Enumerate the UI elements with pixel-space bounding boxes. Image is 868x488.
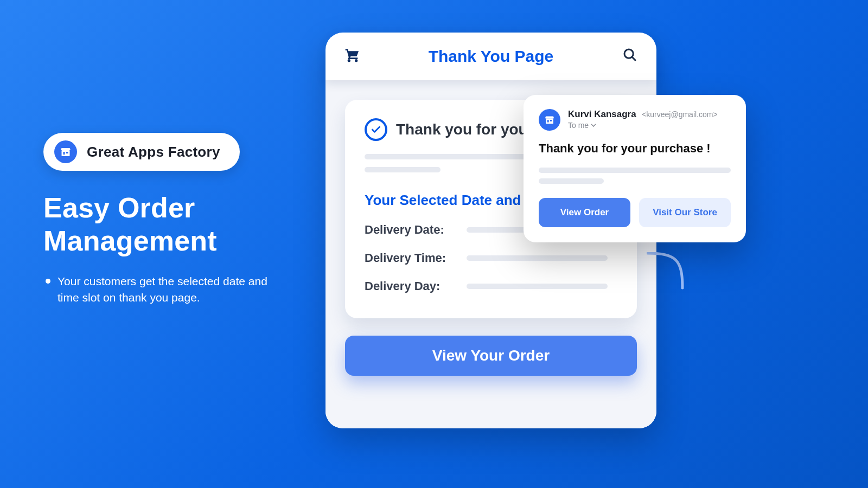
search-icon[interactable] [622,47,638,67]
delivery-date-label: Delivery Date: [365,223,457,237]
skeleton-line [539,168,731,173]
email-preview-card: Kurvi Kansagra <kurveej@gmail.com> To me… [524,95,746,242]
delivery-day-label: Delivery Day: [365,279,457,293]
skeleton-line [467,255,608,261]
svg-rect-2 [66,152,68,153]
skeleton-line [365,167,441,172]
skeleton-line [467,284,608,289]
brand-logo-icon [54,140,77,163]
brand-pill: Great Apps Factory [43,133,240,171]
headline: Easy Order Management [43,191,290,258]
brand-name: Great Apps Factory [87,144,220,160]
view-order-button[interactable]: View Order [539,198,630,227]
svg-rect-0 [62,150,70,156]
svg-rect-7 [550,120,552,121]
chevron-down-icon [591,123,596,128]
email-subject: Thank you for your purchase ! [539,142,731,156]
delivery-time-label: Delivery Time: [365,251,457,265]
delivery-day-row: Delivery Day: [365,279,617,293]
delivery-time-row: Delivery Time: [365,251,617,265]
skeleton-line [539,178,604,184]
svg-rect-6 [547,120,549,123]
svg-line-4 [632,57,635,60]
device-header: Thank You Page [326,33,656,80]
check-circle-icon [365,118,387,141]
sender-avatar-icon [539,109,560,131]
feature-bullets: Your customers get the selected date and… [43,273,290,306]
connector-line-icon [647,252,687,290]
visit-our-store-button[interactable]: Visit Our Store [639,198,731,227]
cart-icon[interactable] [344,46,361,67]
svg-rect-1 [63,152,65,155]
email-from-address: <kurveej@gmail.com> [642,110,718,119]
feature-bullet-1: Your customers get the selected date and… [43,273,290,306]
email-from-name: Kurvi Kansagra [568,109,636,120]
svg-rect-5 [546,118,553,124]
device-title: Thank You Page [429,47,554,66]
view-your-order-button[interactable]: View Your Order [345,336,637,376]
email-to-line[interactable]: To me [568,121,718,130]
